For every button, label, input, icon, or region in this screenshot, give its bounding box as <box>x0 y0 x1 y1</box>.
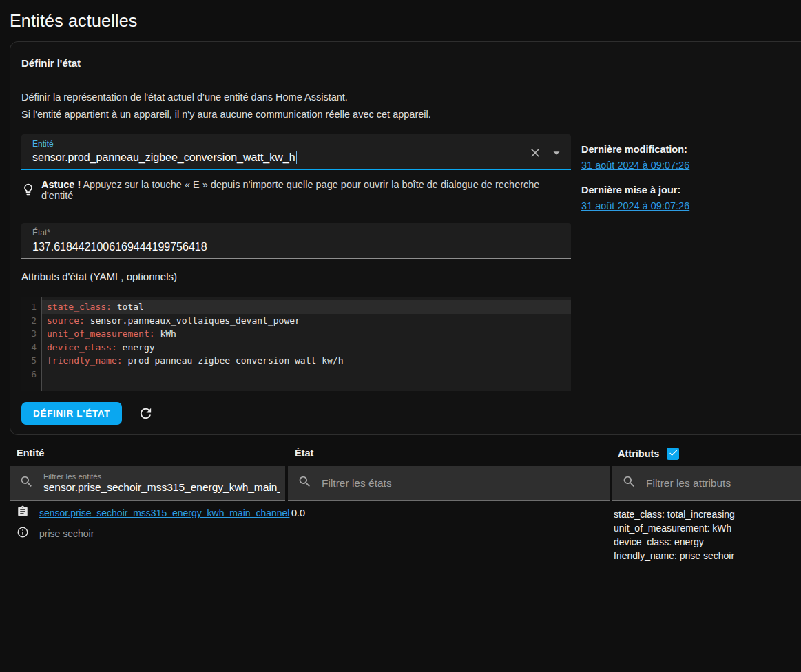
table-filter-row: Filtrer les entités <box>10 466 801 501</box>
info-icon[interactable] <box>17 526 29 541</box>
yaml-key: state_class: <box>47 302 112 312</box>
state-field-label: État* <box>32 228 50 238</box>
attributes-filter-input[interactable] <box>646 477 795 490</box>
attributes-checkbox[interactable] <box>667 448 679 460</box>
state-filter-field[interactable] <box>288 466 610 501</box>
column-header-attributes: Attributs <box>618 448 659 459</box>
yaml-line[interactable]: source: sensor.panneaux_voltaiques_devan… <box>42 314 571 328</box>
column-header-state: État <box>288 444 610 466</box>
yaml-value: sensor.panneaux_voltaiques_devant_power <box>90 315 300 326</box>
set-state-form: Entité sensor.prod_panneau_zigbee_conver… <box>21 134 790 425</box>
yaml-key: source: <box>47 315 85 326</box>
last-changed-label: Dernière modification: <box>581 144 790 155</box>
checkmark-icon <box>668 448 678 460</box>
description-line-2: Si l'entité appartient à un appareil, il… <box>21 109 431 120</box>
yaml-value: prod panneau zigbee conversion watt kw/h <box>127 355 343 366</box>
attribute-line: friendly_name: prise sechoir <box>614 549 801 563</box>
search-icon <box>622 474 636 492</box>
attribute-line: unit_of_measurement: kWh <box>614 521 801 535</box>
line-number: 4 <box>21 341 37 355</box>
yaml-line[interactable] <box>42 368 571 381</box>
set-state-button[interactable]: DÉFINIR L'ÉTAT <box>21 402 122 425</box>
chevron-down-icon[interactable] <box>549 145 564 160</box>
line-number: 2 <box>21 314 37 328</box>
yaml-line[interactable]: device_class: energy <box>42 341 571 355</box>
line-number: 5 <box>21 354 37 368</box>
table-row: sensor.prise_sechoir_mss315_energy_kwh_m… <box>10 507 801 563</box>
page-title: Entités actuelles <box>10 11 801 31</box>
entity-filter-field[interactable]: Filtrer les entités <box>10 466 285 501</box>
hint-prefix: Astuce ! <box>41 179 81 190</box>
yaml-key: device_class: <box>47 342 117 353</box>
yaml-key: unit_of_measurement: <box>47 328 155 339</box>
attribute-line: state_class: total_increasing <box>614 507 801 521</box>
description-line-1: Définir la représentation de l'état actu… <box>21 92 348 103</box>
entity-filter-input[interactable] <box>43 481 280 494</box>
entities-table: Entité État Attributs Filtrer les entité… <box>10 444 801 563</box>
entity-friendly-name: prise sechoir <box>39 528 94 539</box>
entity-state-value: 0.0 <box>288 507 610 563</box>
entity-filter-label: Filtrer les entités <box>43 472 280 481</box>
line-number: 3 <box>21 327 37 341</box>
state-filter-input[interactable] <box>322 477 604 490</box>
text-caret <box>296 151 298 164</box>
yaml-value: total <box>117 302 144 312</box>
last-changed-link[interactable]: 31 août 2024 à 09:07:26 <box>581 160 689 171</box>
hint-text: Astuce ! Appuyez sur la touche « E » dep… <box>41 179 571 201</box>
hint-body: Appuyez sur la touche « E » depuis n'imp… <box>41 179 539 201</box>
yaml-value: energy <box>123 342 155 353</box>
entity-field-label: Entité <box>32 139 54 149</box>
search-icon <box>19 474 34 492</box>
yaml-line[interactable]: friendly_name: prod panneau zigbee conve… <box>42 354 571 368</box>
line-number: 1 <box>21 300 37 314</box>
entity-field-value[interactable]: sensor.prod_panneau_zigbee_conversion_wa… <box>32 151 295 164</box>
entity-meta-panel: Dernière modification: 31 août 2024 à 09… <box>581 134 790 425</box>
attribute-line: device_class: energy <box>614 535 801 549</box>
line-number: 6 <box>21 368 37 381</box>
state-input[interactable]: État* 137.6184421006169444199756418 <box>21 223 571 259</box>
refresh-icon[interactable] <box>138 406 154 421</box>
set-state-card: Définir l'état Définir la représentation… <box>10 41 801 435</box>
last-updated-link[interactable]: 31 août 2024 à 09:07:26 <box>581 200 689 211</box>
state-field-value[interactable]: 137.6184421006169444199756418 <box>32 241 207 253</box>
yaml-gutter: 1 2 3 4 5 6 <box>21 297 42 391</box>
last-updated-label: Dernière mise à jour: <box>581 185 790 196</box>
yaml-value: kWh <box>160 328 176 339</box>
yaml-code[interactable]: state_class: total source: sensor.pannea… <box>42 297 571 391</box>
yaml-editor[interactable]: 1 2 3 4 5 6 state_class: total source: s… <box>21 297 571 391</box>
search-icon <box>298 474 312 492</box>
lightbulb-icon <box>21 182 35 198</box>
column-header-entity: Entité <box>10 444 285 466</box>
card-description: Définir la représentation de l'état actu… <box>21 89 790 123</box>
attributes-filter-field[interactable] <box>612 466 801 501</box>
yaml-line[interactable]: state_class: total <box>42 300 571 314</box>
entity-combobox[interactable]: Entité sensor.prod_panneau_zigbee_conver… <box>21 134 571 170</box>
entity-id-link[interactable]: sensor.prise_sechoir_mss315_energy_kwh_m… <box>39 507 289 518</box>
entity-hint: Astuce ! Appuyez sur la touche « E » dep… <box>21 179 571 201</box>
yaml-key: friendly_name: <box>47 355 123 366</box>
table-header-row: Entité État Attributs <box>10 444 801 466</box>
copy-entity-id-icon[interactable] <box>17 505 29 521</box>
attributes-yaml-label: Attributs d'état (YAML, optionnels) <box>21 271 571 282</box>
card-title: Définir l'état <box>21 57 790 69</box>
yaml-line[interactable]: unit_of_measurement: kWh <box>42 327 571 341</box>
entity-attributes: state_class: total_increasing unit_of_me… <box>612 507 801 563</box>
clear-icon[interactable] <box>528 146 542 160</box>
